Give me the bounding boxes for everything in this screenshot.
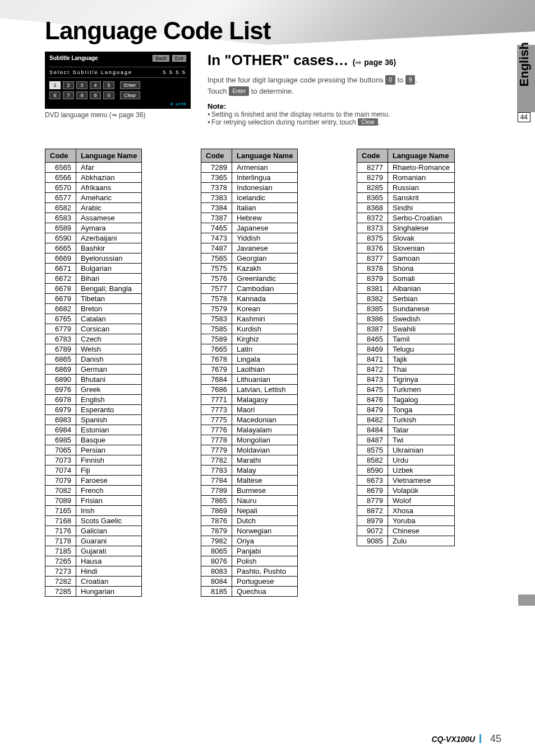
- name-cell: Slovenian: [388, 243, 455, 253]
- num-4-button[interactable]: 4: [90, 81, 101, 89]
- code-cell: 9085: [357, 536, 388, 546]
- code-cell: 7165: [45, 506, 76, 516]
- code-cell: 7073: [45, 455, 76, 465]
- table-row: 7773Maori: [201, 405, 298, 415]
- name-cell: Maltese: [232, 476, 298, 486]
- num-8-button[interactable]: 8: [76, 91, 87, 99]
- code-cell: 7079: [45, 476, 76, 486]
- name-cell: Arabic: [76, 203, 142, 213]
- name-cell: Interlingua: [232, 173, 298, 183]
- code-cell: 6765: [45, 314, 76, 324]
- name-cell: Rhaeto-Romance: [388, 163, 455, 173]
- name-cell: Finnish: [76, 455, 142, 465]
- code-cell: 8368: [357, 203, 388, 213]
- table-row: 6669Byelorussian: [45, 253, 142, 264]
- code-cell: 8386: [357, 314, 388, 324]
- name-cell: Nauru: [232, 496, 298, 506]
- name-cell: Slovak: [388, 233, 455, 243]
- back-button[interactable]: Back: [153, 55, 169, 62]
- name-cell: Vietnamese: [388, 476, 455, 486]
- table-row: 7082French: [45, 486, 142, 496]
- num-2-button[interactable]: 2: [63, 81, 74, 89]
- table-row: 7784Maltese: [201, 476, 298, 486]
- num-5-button[interactable]: 5: [103, 81, 114, 89]
- note-1: Setting is finished and the display retu…: [207, 110, 501, 118]
- name-cell: Persian: [76, 445, 142, 455]
- table-row: 6682Breton: [45, 304, 142, 314]
- code-cell: 7575: [201, 264, 232, 274]
- table-row: 7073Finnish: [45, 455, 142, 465]
- num-6-button[interactable]: 6: [49, 91, 61, 99]
- table-row: 8378Shona: [357, 264, 455, 274]
- code-cell: 8465: [357, 334, 388, 344]
- table-row: 8379Somali: [357, 274, 455, 284]
- code-cell: 7782: [201, 455, 232, 465]
- name-cell: Armenian: [232, 163, 298, 173]
- table-row: 8475Turkmen: [357, 385, 455, 395]
- table-row: 7576Greenlandic: [201, 274, 298, 284]
- name-cell: Cambodian: [232, 284, 298, 294]
- code-cell: 6679: [45, 294, 76, 304]
- name-cell: Albanian: [388, 284, 455, 294]
- name-cell: Ukrainian: [388, 445, 455, 455]
- name-cell: Telugu: [388, 344, 455, 354]
- table-row: 6890Bhutani: [45, 375, 142, 385]
- instruction-text: Input the four digit language code press…: [207, 75, 501, 86]
- table-row: 6577Ameharic: [45, 193, 142, 203]
- table-row: 7876Dutch: [201, 516, 298, 526]
- code-cell: 7869: [201, 506, 232, 516]
- code-cell: 8582: [357, 455, 388, 465]
- table-row: 6978English: [45, 395, 142, 405]
- num-0-button[interactable]: 0: [103, 91, 114, 99]
- name-cell: Danish: [76, 354, 142, 365]
- code-cell: 7778: [201, 435, 232, 445]
- table-row: 7289Armenian: [201, 163, 298, 173]
- code-cell: 8373: [357, 223, 388, 233]
- name-cell: Hindi: [76, 566, 142, 577]
- code-cell: 6865: [45, 354, 76, 365]
- name-cell: Swahili: [388, 324, 455, 334]
- name-cell: Volapük: [388, 486, 455, 496]
- table-row: 8084Portuguese: [201, 577, 298, 587]
- name-cell: Icelandic: [232, 193, 298, 203]
- table-row: 7678Lingala: [201, 354, 298, 365]
- name-cell: Kurdish: [232, 324, 298, 334]
- dvd-menu-screenshot: Subtitle Language Back Exit Select Subti…: [45, 52, 191, 109]
- table-row: 8376Slovenian: [357, 243, 455, 253]
- num-7-button[interactable]: 7: [63, 91, 74, 99]
- num-1-button[interactable]: 1: [49, 81, 61, 89]
- clear-button[interactable]: Clear: [120, 91, 140, 99]
- table-row: 7185Gujarati: [45, 546, 142, 556]
- name-cell: Basque: [76, 435, 142, 445]
- num-9-button[interactable]: 9: [90, 91, 101, 99]
- table-row: 7782Marathi: [201, 455, 298, 465]
- code-cell: 7589: [201, 334, 232, 344]
- table-row: 7665Latin: [201, 344, 298, 354]
- code-cell: 6589: [45, 223, 76, 233]
- table-row: 7575Kazakh: [201, 264, 298, 274]
- table-row: 7079Faroese: [45, 476, 142, 486]
- enter-button[interactable]: Enter: [120, 81, 140, 89]
- name-cell: Yoruba: [388, 516, 455, 526]
- nine-key-icon: 9: [405, 75, 416, 85]
- table-row: 7282Croatian: [45, 577, 142, 587]
- name-cell: Serbian: [388, 294, 455, 304]
- name-cell: Singhalese: [388, 223, 455, 233]
- name-cell: German: [76, 365, 142, 375]
- name-cell: Estonian: [76, 425, 142, 435]
- code-cell: 7378: [201, 183, 232, 193]
- table-row: 7089Frisian: [45, 496, 142, 506]
- code-cell: 7585: [201, 324, 232, 334]
- name-cell: Lithuanian: [232, 375, 298, 385]
- num-3-button[interactable]: 3: [76, 81, 87, 89]
- table-row: 8372Serbo-Croatian: [357, 213, 455, 223]
- table-row: 6672Bihari: [45, 274, 142, 284]
- code-cell: 7282: [45, 577, 76, 587]
- table-row: 6678Bengali; Bangla: [45, 284, 142, 294]
- code-cell: 7178: [45, 536, 76, 546]
- name-cell: Kannada: [232, 294, 298, 304]
- code-cell: 7678: [201, 354, 232, 365]
- name-cell: Mongolian: [232, 435, 298, 445]
- exit-button[interactable]: Exit: [172, 55, 186, 62]
- code-cell: 7665: [201, 344, 232, 354]
